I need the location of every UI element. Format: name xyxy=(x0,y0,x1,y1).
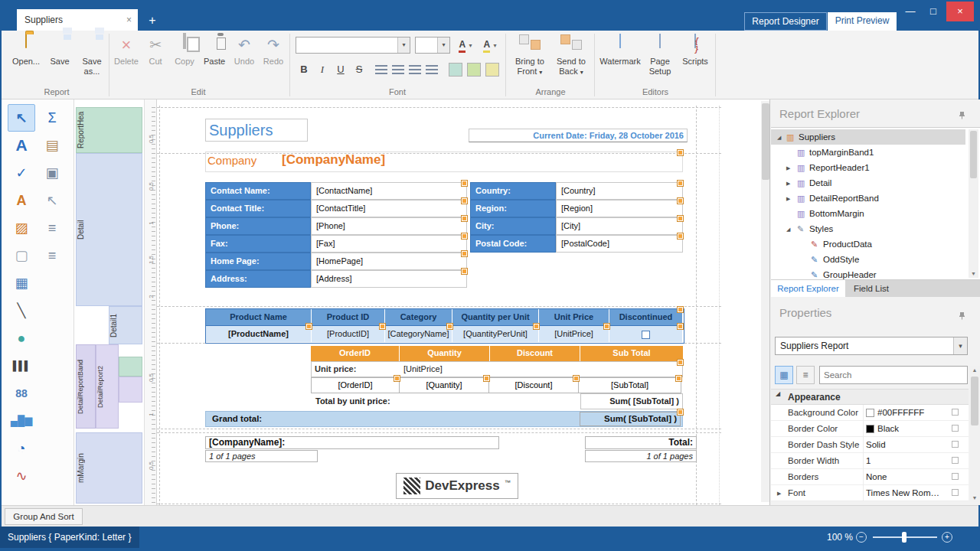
smart-tag-icon[interactable] xyxy=(484,376,489,381)
field-label[interactable]: Postal Code: xyxy=(470,235,556,253)
band-nested-group-header[interactable] xyxy=(119,357,142,377)
smart-tag-icon[interactable] xyxy=(678,360,683,365)
document-tab-suppliers[interactable]: Suppliers × xyxy=(17,9,138,31)
tab-field-list[interactable]: Field List xyxy=(845,280,897,297)
panel-box-tool-icon[interactable]: ▢ xyxy=(9,243,34,268)
close-button[interactable]: × xyxy=(946,2,974,21)
rich-text-tool-icon[interactable]: A xyxy=(9,188,34,213)
tree-item-styles[interactable]: ◢ ✎ Styles xyxy=(771,221,965,236)
field-label[interactable]: Fax: xyxy=(205,235,311,253)
order-field-cell[interactable]: [OrderID] xyxy=(311,377,400,393)
field-value[interactable]: [Country] xyxy=(556,182,683,200)
product-table-header[interactable]: Product Name Product ID Category Quantit… xyxy=(205,308,684,326)
zoom-slider-thumb[interactable] xyxy=(902,532,906,543)
background-color-swatch-3[interactable] xyxy=(485,63,499,77)
grand-total-sum-field[interactable]: Sum( [SubTotal] ) xyxy=(580,412,681,426)
property-marker[interactable] xyxy=(952,409,959,416)
open-button[interactable]: Open... xyxy=(9,34,43,84)
field-value[interactable]: [Address] xyxy=(311,270,467,288)
field-label[interactable]: Contact Title: xyxy=(205,200,311,217)
smart-tag-icon[interactable] xyxy=(678,216,683,221)
table-tool-icon[interactable]: ▦ xyxy=(9,271,34,295)
company-header-control[interactable]: Company [CompanyName] xyxy=(205,152,683,172)
total-by-unit-sum-field[interactable]: Sum( [SubTotal] ) xyxy=(580,393,683,409)
font-size-dropdown-icon[interactable]: ▾ xyxy=(437,37,449,53)
grand-total-row[interactable]: Grand total: Sum( [SubTotal] ) xyxy=(205,411,683,427)
tree-item-top-margin-band[interactable]: ▥ topMarginBand1 xyxy=(771,145,965,160)
order-field-cell[interactable]: [Quantity] xyxy=(399,377,489,393)
italic-button[interactable]: I xyxy=(314,61,331,78)
group-and-sort-button[interactable]: Group And Sort xyxy=(5,508,83,525)
tree-item-product-data-style[interactable]: ✎ ProductData xyxy=(771,236,965,252)
background-color-swatch-2[interactable] xyxy=(467,63,481,77)
product-header-cell[interactable]: Discontinued xyxy=(609,309,682,325)
scroll-down-icon[interactable]: ▼ xyxy=(969,271,978,276)
smart-tag-icon[interactable] xyxy=(678,307,683,312)
product-data-cell[interactable]: [CategoryName] xyxy=(385,326,452,342)
product-header-cell[interactable]: Category xyxy=(385,309,452,325)
categorized-view-button[interactable]: ▦ xyxy=(775,366,793,384)
scrollbar-thumb[interactable] xyxy=(970,131,977,178)
align-right-button[interactable] xyxy=(407,63,423,77)
band-detail-report-band[interactable]: DetailReportBand xyxy=(76,344,96,429)
font-color-button[interactable]: A ▾ xyxy=(455,37,476,54)
smart-tag-icon[interactable] xyxy=(678,233,683,239)
highlight-color-button[interactable]: A ▾ xyxy=(479,37,501,54)
smart-tag-icon[interactable] xyxy=(534,324,539,329)
smart-tag-icon[interactable] xyxy=(678,181,683,186)
total-by-unit-row[interactable]: Total by unit price: Sum( [SubTotal] ) xyxy=(311,393,683,409)
property-marker[interactable] xyxy=(952,457,959,464)
tab-close-icon[interactable]: × xyxy=(126,9,132,31)
expand-icon[interactable]: ▶ xyxy=(777,486,781,501)
bold-button[interactable]: B xyxy=(296,61,312,78)
property-row-border-color[interactable]: Border Color Black xyxy=(771,421,969,437)
scripts-button[interactable]: Scripts xyxy=(678,34,712,84)
tree-scrollbar[interactable]: ▼ xyxy=(969,129,978,278)
vertical-spacing-tool-icon[interactable]: ≡ xyxy=(40,216,64,240)
product-data-cell[interactable]: [ProductID] xyxy=(312,326,385,342)
sum-tool-icon[interactable]: Σ xyxy=(40,106,64,130)
discontinued-cell[interactable] xyxy=(609,326,682,342)
band-detail1[interactable]: Detail1 xyxy=(109,306,142,344)
matrix-tool-icon[interactable]: 88 xyxy=(9,381,34,406)
footer-company-control[interactable]: [CompanyName]: xyxy=(205,436,499,449)
property-row-border-width[interactable]: Border Width 1 xyxy=(771,453,969,469)
delete-button[interactable]: × Delete xyxy=(112,34,141,84)
band-nested-group-footer[interactable] xyxy=(119,377,142,403)
order-field-cell[interactable]: [SubTotal] xyxy=(578,377,681,393)
unit-price-row[interactable]: Unit price: [UnitPrice] xyxy=(311,361,683,377)
tree-item-detail[interactable]: ▶ ▥ Detail xyxy=(771,175,965,191)
align-justify-button[interactable] xyxy=(424,63,439,77)
new-tab-button[interactable]: + xyxy=(144,12,161,29)
maximize-button[interactable]: □ xyxy=(922,2,945,21)
smart-tag-icon[interactable] xyxy=(678,409,683,415)
scroll-down-icon[interactable]: ▼ xyxy=(969,495,980,500)
product-header-cell[interactable]: Quantity per Unit xyxy=(452,309,539,325)
smart-tag-icon[interactable] xyxy=(678,150,683,155)
font-name-combobox[interactable]: ▾ xyxy=(296,37,410,54)
order-table-header[interactable]: OrderID Quantity Discount Sub Total xyxy=(311,346,683,361)
company-name-field[interactable]: [CompanyName] xyxy=(282,152,385,168)
page-setup-button[interactable]: Page Setup xyxy=(643,34,677,84)
expand-icon[interactable]: ▶ xyxy=(786,176,790,191)
field-value[interactable]: [HomePage] xyxy=(311,253,467,270)
band-detail-report2[interactable]: DetailReport2 xyxy=(96,344,119,429)
watermark-button[interactable]: Watermark xyxy=(599,34,642,84)
field-value[interactable]: [PostalCode] xyxy=(556,235,683,253)
order-fields-row[interactable]: [OrderID] [Quantity] [Discount] [SubTota… xyxy=(311,377,683,393)
property-marker[interactable] xyxy=(952,489,959,496)
smart-tag-icon[interactable] xyxy=(462,181,467,186)
cut-button[interactable]: ✂ Cut xyxy=(141,34,170,84)
expand-icon[interactable]: ◢ xyxy=(786,222,790,237)
smart-tag-icon[interactable] xyxy=(462,198,467,204)
barcode-tool-icon[interactable]: ▌▌▌ xyxy=(9,354,34,378)
smart-tag-icon[interactable] xyxy=(462,269,467,274)
line-tool-icon[interactable]: ╲ xyxy=(9,298,34,323)
footer-pages-right-control[interactable]: 1 of 1 pages xyxy=(585,450,697,462)
scrollbar-thumb[interactable] xyxy=(762,103,769,180)
smart-tag-icon[interactable] xyxy=(380,324,385,329)
property-row-background-color[interactable]: Background Color #00FFFFFF xyxy=(771,405,969,421)
unit-price-field[interactable]: [UnitPrice] xyxy=(403,362,443,377)
tab-report-designer[interactable]: Report Designer xyxy=(744,12,827,31)
property-row-border-dash-style[interactable]: Border Dash Style Solid xyxy=(771,437,969,453)
